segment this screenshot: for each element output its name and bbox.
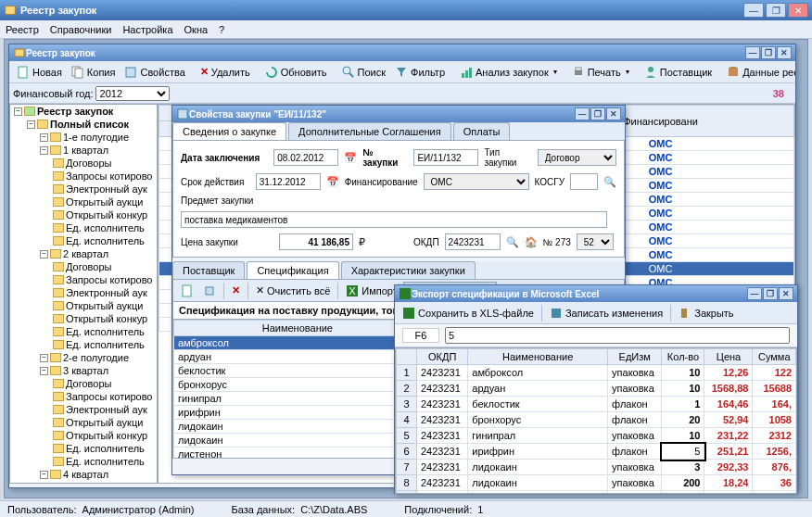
tree-item[interactable]: Ед. исполнитель: [10, 234, 157, 247]
export-grid[interactable]: ОКДП Наименование ЕдИзм Кол-во Цена Сумм…: [395, 347, 797, 494]
save-xls-button[interactable]: Сохранить в XLS-файле: [399, 305, 538, 322]
tree-item[interactable]: Открытый аукци: [10, 416, 157, 429]
user-value: Администратор (Admin): [82, 504, 195, 515]
cal-icon[interactable]: 📅: [344, 152, 357, 164]
tree-item[interactable]: Открытый конкур: [10, 429, 157, 442]
tree-item[interactable]: Ед. исполнитель: [10, 442, 157, 455]
props-close[interactable]: ✕: [606, 107, 621, 120]
cal-icon-2[interactable]: 📅: [326, 176, 339, 188]
cell-ref: F6: [402, 328, 439, 343]
tree-item[interactable]: Ед. исполнитель: [10, 325, 157, 338]
export-close-button[interactable]: Закрыть: [675, 305, 737, 322]
okdp-input[interactable]: [445, 233, 501, 250]
tab-agreements[interactable]: Дополнительные Соглашения: [288, 122, 451, 140]
term-input[interactable]: [256, 173, 321, 190]
export-maximize[interactable]: ❐: [763, 287, 778, 300]
child-minimize[interactable]: —: [745, 46, 760, 59]
tree-item[interactable]: Открытый конкур: [10, 208, 157, 221]
supplier-button[interactable]: Поставщик: [641, 64, 716, 81]
spec-copy[interactable]: [199, 283, 220, 299]
tree-item[interactable]: Электронный аук: [10, 286, 157, 299]
write-changes-button[interactable]: Записать изменения: [546, 305, 666, 322]
tree-item[interactable]: Ед. исполнитель: [10, 338, 157, 351]
tree-item[interactable]: Электронный аук: [10, 183, 157, 195]
kosgu-input[interactable]: [570, 173, 598, 190]
tab-spec[interactable]: Спецификация: [247, 261, 338, 279]
menu-windows[interactable]: Окна: [184, 24, 209, 35]
child-maximize[interactable]: ❐: [761, 46, 776, 59]
spec-delete[interactable]: ✕: [228, 283, 244, 298]
props-title: Свойства закупки "ЕИ/11/132": [189, 109, 575, 120]
refresh-button[interactable]: Обновить: [261, 64, 331, 81]
delete-button[interactable]: ✕ Удалить: [197, 64, 254, 80]
tree-item[interactable]: Открытый аукци: [10, 195, 157, 208]
export-minimize[interactable]: —: [747, 287, 762, 300]
okdp-home-icon[interactable]: 🏠: [525, 236, 538, 248]
properties-button[interactable]: Свойства: [121, 64, 188, 81]
tree-panel[interactable]: −Реестр закупок −Полный список −1-е полу…: [9, 104, 158, 484]
copy-button[interactable]: Копия: [68, 64, 120, 81]
kosgu-lookup-icon[interactable]: 🔍: [603, 176, 616, 188]
print-button[interactable]: Печать: [568, 64, 633, 81]
tree-item[interactable]: Открытый аукци: [10, 299, 157, 312]
menu-directories[interactable]: Справочники: [50, 24, 112, 35]
minimize-button[interactable]: —: [743, 3, 764, 18]
tab-info[interactable]: Сведения о закупке: [172, 122, 286, 140]
spec-new[interactable]: [177, 283, 197, 299]
tree-item[interactable]: Договоры: [10, 157, 157, 170]
tree-item[interactable]: Ед. исполнитель: [10, 455, 157, 468]
tree-item[interactable]: Договоры: [10, 260, 157, 273]
filter-button[interactable]: Фильтр: [391, 64, 449, 81]
table-row[interactable]: 82423231лидокаинупаковка20018,2436: [397, 475, 796, 491]
close-button[interactable]: ✕: [788, 3, 808, 18]
table-row[interactable]: 72423231лидокаинупаковка3292,33876,: [397, 460, 796, 475]
svg-rect-15: [729, 69, 738, 76]
menu-help[interactable]: ?: [219, 24, 224, 35]
cell-value-input[interactable]: [445, 327, 790, 344]
table-row[interactable]: 12423231амброксолупаковка1012,26122: [397, 365, 796, 381]
tree-item[interactable]: Договоры: [10, 377, 157, 390]
subject-input[interactable]: [181, 211, 607, 228]
tab-payments[interactable]: Оплаты: [453, 122, 511, 140]
menu-settings[interactable]: Настройка: [122, 24, 172, 35]
new-button[interactable]: Новая: [13, 64, 66, 81]
props-maximize[interactable]: ❐: [590, 107, 605, 120]
export-close[interactable]: ✕: [779, 287, 793, 300]
analysis-button[interactable]: Анализ закупок: [456, 64, 561, 81]
price-input[interactable]: [279, 233, 353, 250]
spec-import[interactable]: X Импорт: [342, 283, 400, 299]
fin-label: Финансирование: [345, 177, 418, 187]
type-select[interactable]: Договор: [538, 149, 616, 166]
db-value: C:\Z\Data.ABS: [300, 504, 367, 515]
table-row[interactable]: 52423231гинипралупаковка10231,222312: [397, 428, 796, 444]
table-row[interactable]: 42423231бронхорусфлакон2052,941058: [397, 412, 796, 428]
tree-item[interactable]: Открытый конкур: [10, 312, 157, 325]
props-minimize[interactable]: —: [575, 107, 590, 120]
okdp-lookup-icon[interactable]: 🔍: [506, 236, 519, 248]
num-input[interactable]: [413, 149, 478, 166]
menu-registry[interactable]: Реестр: [6, 24, 39, 35]
table-row[interactable]: 32423231беклостикфлакон1164,46164,: [397, 397, 796, 412]
maximize-button[interactable]: ❐: [766, 3, 786, 18]
tree-item[interactable]: Запросы котирово: [10, 390, 157, 403]
table-row[interactable]: 62423231ирифринфлакон5251,211256,: [397, 444, 796, 460]
fin-year-select[interactable]: 2012: [95, 86, 170, 101]
registry-data-button[interactable]: Данные реестра: [723, 64, 795, 81]
table-row[interactable]: 92423231листенонупаковка60120,617236: [397, 491, 796, 495]
fin-select[interactable]: ОМС: [424, 173, 529, 190]
tree-item[interactable]: Договоры: [10, 481, 157, 484]
tree-item[interactable]: Электронный аук: [10, 403, 157, 416]
conn-label: Подключений:: [404, 504, 472, 515]
date-input[interactable]: [273, 149, 338, 166]
props-titlebar: Свойства закупки "ЕИ/11/132" — ❐ ✕: [172, 106, 625, 122]
tree-item[interactable]: Ед. исполнитель: [10, 221, 157, 234]
tree-item[interactable]: Запросы котирово: [10, 170, 157, 183]
tree-item[interactable]: Запросы котирово: [10, 273, 157, 286]
tab-characteristics[interactable]: Характеристики закупки: [341, 261, 476, 279]
child-close[interactable]: ✕: [777, 46, 792, 59]
n273-select[interactable]: 52: [577, 233, 614, 250]
spec-clear[interactable]: ✕ Очистить всё: [252, 283, 334, 298]
table-row[interactable]: 22423231ардуанупаковка101568,8815688: [397, 381, 796, 397]
find-button[interactable]: Поиск: [338, 64, 389, 81]
tab-supplier[interactable]: Поставщик: [172, 261, 245, 279]
